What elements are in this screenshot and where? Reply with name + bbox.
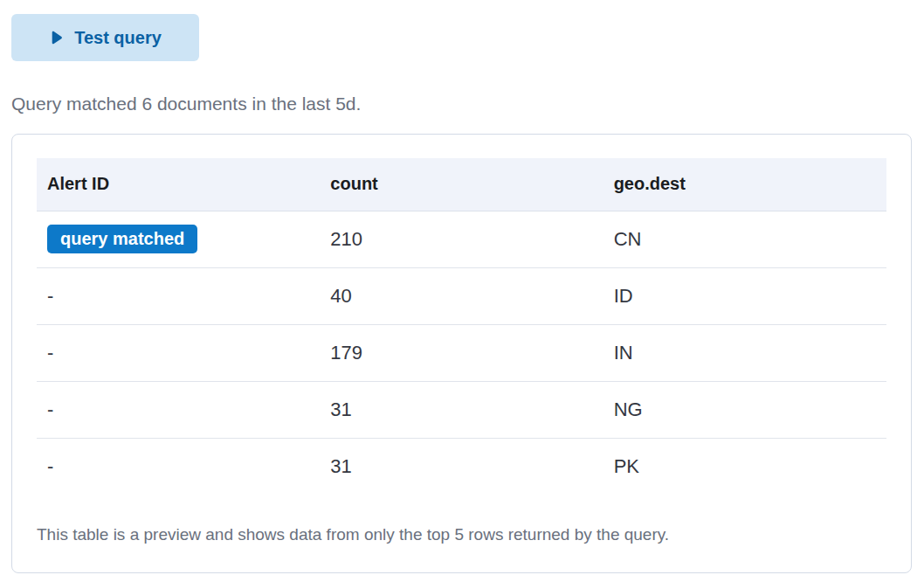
table-row: query matched 210 CN [37, 211, 886, 267]
geo-dest-cell: ID [603, 267, 886, 324]
geo-dest-cell: IN [603, 324, 886, 381]
geo-dest-cell: NG [603, 381, 886, 438]
count-cell: 210 [320, 211, 603, 267]
count-cell: 31 [320, 438, 603, 495]
table-row: - 179 IN [37, 324, 886, 381]
count-cell: 40 [320, 267, 603, 324]
query-preview-panel: Alert ID count geo.dest query matched 21… [11, 134, 912, 573]
table-row: - 40 ID [37, 267, 886, 324]
table-row: - 31 NG [37, 381, 886, 438]
query-match-summary: Query matched 6 documents in the last 5d… [11, 93, 912, 115]
alert-id-cell: - [37, 267, 320, 324]
page: Test query Query matched 6 documents in … [0, 0, 924, 582]
query-matched-badge: query matched [47, 225, 197, 253]
alert-id-cell: - [37, 438, 320, 495]
geo-dest-cell: CN [603, 211, 886, 267]
column-header-geo-dest: geo.dest [603, 158, 886, 211]
table-header-row: Alert ID count geo.dest [37, 158, 886, 211]
table-row: - 31 PK [37, 438, 886, 495]
preview-footnote: This table is a preview and shows data f… [37, 523, 886, 545]
test-query-button-label: Test query [74, 28, 162, 48]
test-query-button[interactable]: Test query [11, 14, 199, 61]
column-header-count: count [320, 158, 603, 211]
preview-table: Alert ID count geo.dest query matched 21… [37, 158, 886, 495]
alert-id-cell: - [37, 324, 320, 381]
column-header-alert-id: Alert ID [37, 158, 320, 211]
alert-id-cell: query matched [37, 211, 320, 267]
count-cell: 179 [320, 324, 603, 381]
play-icon [49, 30, 64, 45]
geo-dest-cell: PK [603, 438, 886, 495]
alert-id-cell: - [37, 381, 320, 438]
count-cell: 31 [320, 381, 603, 438]
